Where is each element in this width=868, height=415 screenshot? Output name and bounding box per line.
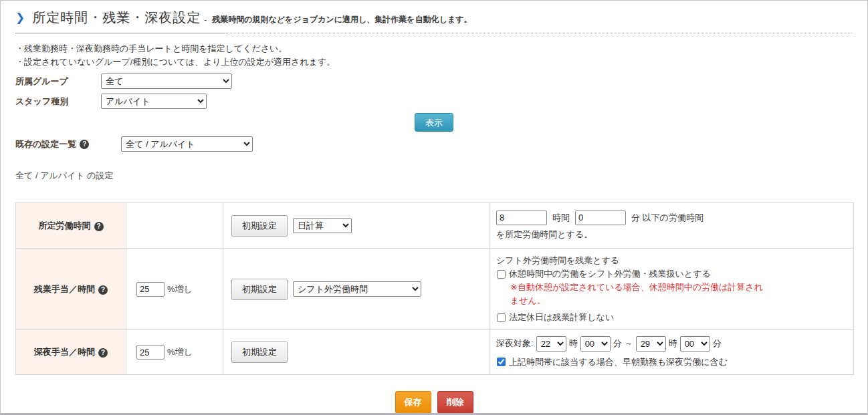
- save-button[interactable]: 保存: [395, 391, 431, 414]
- start-hour-select[interactable]: 22: [536, 336, 566, 352]
- staff-filter-row: スタッフ種別 アルバイト: [15, 94, 853, 109]
- midnight-default-cell: 初期設定: [223, 330, 490, 375]
- early-morning-checkbox-row: 上記時間帯に該当する場合、早朝勤務も深夜労働に含む: [496, 356, 847, 369]
- group-filter-row: 所属グループ 全て: [15, 74, 853, 89]
- calc-method-select[interactable]: 日計算: [293, 218, 352, 233]
- scheduled-default-button[interactable]: 初期設定: [231, 215, 288, 237]
- start-hour-unit: 時: [569, 337, 578, 350]
- overtime-rate-cell: %増し: [126, 249, 223, 330]
- page-title: 所定時間・残業・深夜設定: [32, 9, 201, 27]
- end-hour-unit: 時: [669, 337, 677, 350]
- scheduled-time-row: 時間 分 以下の労働時間: [496, 211, 847, 225]
- table-row-scheduled: 所定労働時間? 初期設定 日計算 時間 分 以下の労働時間: [16, 203, 854, 249]
- overtime-detail-cell: シフト外労働時間を残業とする 休憩時間中の労働をシフト外労働・残業扱いとする ※…: [490, 249, 854, 330]
- group-label: 所属グループ: [15, 76, 101, 88]
- show-button-row: 表示: [15, 113, 853, 132]
- midnight-range-label: 深夜対象:: [496, 337, 534, 350]
- table-row-overtime: 残業手当／時間? %増し 初期設定 シフト外労働時間 シ: [16, 249, 854, 330]
- end-hour-select[interactable]: 29: [636, 336, 666, 352]
- page: ❯ 所定時間・残業・深夜設定 - 残業時間の規則などをジョブカンに適用し、集計作…: [0, 0, 868, 415]
- staff-type-label: スタッフ種別: [15, 96, 101, 108]
- legal-holiday-checkbox-label: 法定休日は残業計算しない: [509, 311, 614, 324]
- intro-text: ・残業勤務時・深夜勤務時の手当レートと時間を指定してください。 ・設定されていな…: [15, 42, 853, 69]
- help-icon[interactable]: ?: [98, 285, 108, 295]
- break-work-checkbox[interactable]: [497, 270, 506, 279]
- title-dash: -: [204, 15, 207, 25]
- help-icon[interactable]: ?: [80, 140, 89, 149]
- title-underline: [15, 33, 225, 33]
- overtime-rate-unit: %増し: [167, 283, 193, 295]
- show-button[interactable]: 表示: [415, 113, 453, 132]
- break-checkbox-row: 休憩時間中の労働をシフト外労働・残業扱いとする: [496, 267, 847, 281]
- overtime-label-cell: 残業手当／時間?: [16, 249, 126, 330]
- overtime-line1: シフト外労働時間を残業とする: [496, 254, 847, 267]
- midnight-detail-cell: 深夜対象: 22 時 00 分 ～ 29: [490, 330, 854, 375]
- existing-settings-row: 既存の設定一覧 ? 全て / アルバイト: [15, 136, 853, 152]
- minutes-unit: 分 以下の労働時間: [631, 212, 703, 224]
- auto-break-warning: ※自動休憩が設定されている場合、休憩時間中の労働は計算され ません。: [510, 281, 804, 307]
- holiday-checkbox-row: 法定休日は残業計算しない: [496, 311, 847, 324]
- early-morning-checkbox-label: 上記時間帯に該当する場合、早朝勤務も深夜労働に含む: [509, 356, 728, 369]
- intro-line-2: ・設定されていないグループ/種別については、より上位の設定が適用されます。: [15, 55, 853, 69]
- end-min-unit: 分: [713, 337, 722, 350]
- overtime-default-button[interactable]: 初期設定: [231, 279, 288, 300]
- page-subtitle: 残業時間の規則などをジョブカンに適用し、集計作業を自動化します。: [212, 14, 471, 25]
- midnight-rate-input[interactable]: [136, 345, 165, 360]
- existing-settings-select[interactable]: 全て / アルバイト: [121, 136, 253, 152]
- table-row-midnight: 深夜手当／時間? %増し 初期設定 深夜対象:: [16, 330, 854, 375]
- overtime-default-cell: 初期設定 シフト外労働時間: [223, 249, 490, 330]
- midnight-default-button[interactable]: 初期設定: [231, 341, 288, 363]
- overtime-rate-input[interactable]: [136, 282, 165, 297]
- start-min-select[interactable]: 00: [580, 336, 611, 352]
- overtime-label: 残業手当／時間: [34, 284, 95, 294]
- scheduled-label-cell: 所定労働時間?: [16, 203, 126, 249]
- range-tilde: ～: [625, 337, 633, 350]
- auto-break-warning-line2: ません。: [510, 294, 804, 307]
- midnight-label: 深夜手当／時間: [34, 347, 95, 357]
- midnight-rate-cell: %増し: [126, 330, 223, 375]
- scheduled-label: 所定労働時間: [39, 221, 91, 231]
- break-work-checkbox-label: 休憩時間中の労働をシフト外労働・残業扱いとする: [509, 267, 711, 281]
- scheduled-default-cell: 初期設定 日計算: [223, 203, 490, 249]
- scheduled-tail-text: を所定労働時間とする。: [496, 228, 847, 241]
- group-select[interactable]: 全て: [101, 74, 232, 89]
- hours-input[interactable]: [496, 211, 547, 225]
- minutes-input[interactable]: [575, 211, 626, 225]
- midnight-rate-row: %増し: [136, 345, 222, 360]
- end-min-select[interactable]: 00: [680, 336, 710, 352]
- early-morning-checkbox[interactable]: [497, 358, 506, 366]
- overtime-rate-row: %増し: [136, 282, 222, 297]
- staff-type-select[interactable]: アルバイト: [101, 94, 207, 109]
- scheduled-detail-cell: 時間 分 以下の労働時間 を所定労働時間とする。: [490, 203, 854, 249]
- delete-button[interactable]: 削除: [437, 391, 473, 414]
- intro-line-1: ・残業勤務時・深夜勤務時の手当レートと時間を指定してください。: [15, 42, 853, 55]
- auto-break-warning-line1: ※自動休憩が設定されている場合、休憩時間中の労働は計算され: [510, 281, 804, 294]
- section-title: 全て / アルバイト の設定: [15, 170, 853, 182]
- midnight-range-row: 深夜対象: 22 時 00 分 ～ 29: [496, 336, 847, 352]
- content: ・残業勤務時・深夜勤務時の手当レートと時間を指定してください。 ・設定されていな…: [15, 42, 853, 414]
- hours-unit: 時間: [552, 212, 570, 224]
- settings-table: 所定労働時間? 初期設定 日計算 時間 分 以下の労働時間: [15, 202, 854, 375]
- chevron-right-icon: ❯: [15, 12, 25, 23]
- footer-buttons: 保存 削除: [15, 391, 853, 414]
- page-header: ❯ 所定時間・残業・深夜設定 - 残業時間の規則などをジョブカンに適用し、集計作…: [15, 1, 853, 33]
- start-min-unit: 分: [613, 337, 622, 350]
- existing-settings-label: 既存の設定一覧 ?: [15, 138, 121, 150]
- midnight-rate-unit: %増し: [167, 346, 193, 358]
- legal-holiday-checkbox[interactable]: [497, 313, 506, 322]
- scheduled-rate-cell: [126, 203, 223, 249]
- help-icon[interactable]: ?: [98, 348, 108, 358]
- existing-settings-label-text: 既存の設定一覧: [15, 138, 76, 150]
- midnight-label-cell: 深夜手当／時間?: [16, 330, 126, 375]
- overtime-target-select[interactable]: シフト外労働時間: [293, 281, 421, 297]
- help-icon[interactable]: ?: [94, 222, 104, 231]
